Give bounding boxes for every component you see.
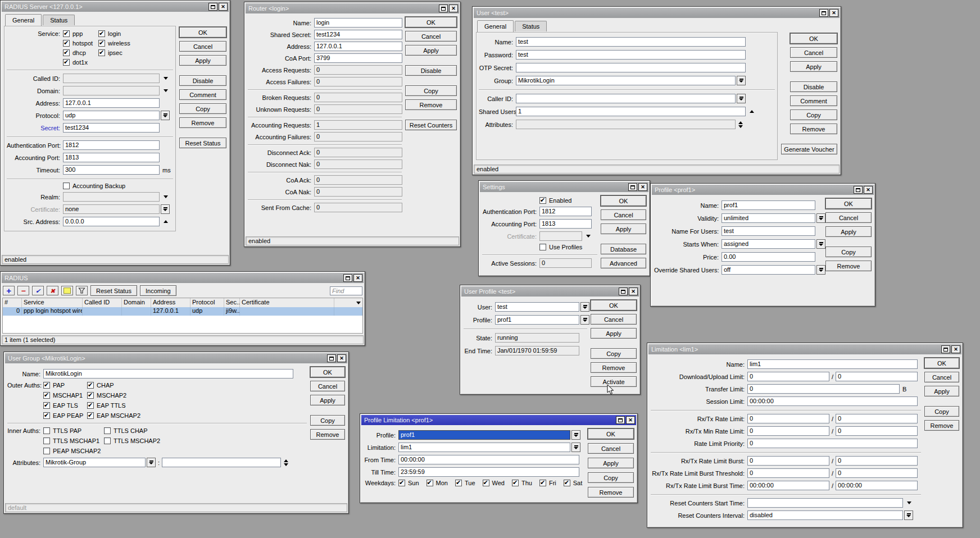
- maximize-button[interactable]: [819, 9, 828, 17]
- copy-button[interactable]: Copy: [924, 406, 959, 417]
- find-input[interactable]: Find: [330, 286, 362, 295]
- ok-button[interactable]: OK: [924, 358, 959, 368]
- override-shared-users-field[interactable]: off: [722, 265, 815, 275]
- copy-button[interactable]: Copy: [825, 247, 872, 257]
- column-protocol[interactable]: Protocol: [190, 298, 224, 307]
- remove-button[interactable]: Remove: [924, 420, 959, 431]
- title-bar[interactable]: User Group <MikrotikLogin>: [5, 353, 347, 363]
- title-bar[interactable]: User <test>: [474, 8, 840, 18]
- sun-checkbox[interactable]: [398, 480, 405, 486]
- peap-mschap2-checkbox[interactable]: [43, 448, 50, 454]
- name-field[interactable]: login: [314, 18, 402, 28]
- tx-rate-limit-burst-field[interactable]: 0: [836, 456, 918, 466]
- accounting-backup-checkbox[interactable]: [63, 183, 70, 189]
- thu-checkbox[interactable]: [512, 480, 519, 486]
- maximize-button[interactable]: [343, 274, 352, 282]
- validity-field[interactable]: unlimited: [722, 213, 815, 223]
- apply-button[interactable]: Apply: [825, 226, 872, 237]
- starts-when-field[interactable]: assigned: [722, 239, 815, 249]
- attribute-key-droplist-icon[interactable]: [147, 458, 156, 467]
- eap-tls-checkbox[interactable]: [43, 402, 50, 409]
- close-button[interactable]: [629, 288, 638, 295]
- eap-ttls-checkbox[interactable]: [87, 402, 94, 409]
- close-button[interactable]: [353, 274, 362, 282]
- comment-button[interactable]: Comment: [179, 89, 226, 100]
- session-limit-field[interactable]: 00:00:00: [747, 396, 918, 406]
- close-button[interactable]: [626, 416, 635, 424]
- called-id-dropdown-arrow-icon[interactable]: [164, 77, 168, 80]
- user-droplist-icon[interactable]: [580, 302, 589, 312]
- maximize-button[interactable]: [619, 288, 628, 295]
- caller-id-field[interactable]: [516, 94, 736, 103]
- rate-limit-priority-field[interactable]: 0: [747, 439, 918, 448]
- maximize-button[interactable]: [439, 4, 448, 12]
- profile-field[interactable]: prof1: [398, 430, 570, 440]
- ttls-mschap2-checkbox[interactable]: [104, 437, 111, 444]
- column-certificate[interactable]: Certificate: [240, 298, 334, 307]
- maximize-button[interactable]: [854, 186, 863, 194]
- title-bar[interactable]: RADIUS: [2, 273, 364, 283]
- copy-button[interactable]: Copy: [790, 110, 837, 120]
- reset-counters-start-time-field[interactable]: [747, 498, 903, 508]
- close-button[interactable]: [638, 183, 647, 191]
- close-button[interactable]: [864, 186, 873, 194]
- disable-button[interactable]: Disable: [405, 65, 457, 76]
- enable-button[interactable]: [32, 286, 44, 295]
- tx-min-rate-limit-field[interactable]: 0: [836, 426, 918, 436]
- rx-rate-limit-field[interactable]: 0: [747, 414, 829, 423]
- remove-button[interactable]: Remove: [179, 117, 226, 128]
- ok-button[interactable]: OK: [310, 367, 345, 377]
- ok-button[interactable]: OK: [591, 300, 637, 311]
- rx-rate-limit-burst-field[interactable]: 0: [747, 456, 829, 466]
- maximize-button[interactable]: [628, 183, 637, 191]
- login-checkbox[interactable]: [98, 30, 105, 37]
- shared-secret-field[interactable]: test1234: [314, 30, 402, 39]
- close-button[interactable]: [219, 3, 228, 11]
- title-bar[interactable]: Limitation <lim1>: [648, 344, 961, 354]
- otp-secret-field[interactable]: [516, 63, 746, 72]
- maximize-button[interactable]: [327, 354, 336, 362]
- ttls-pap-checkbox[interactable]: [43, 427, 50, 434]
- copy-button[interactable]: Copy: [591, 348, 637, 359]
- header-dropdown-arrow-icon[interactable]: [356, 302, 361, 304]
- ok-button[interactable]: OK: [790, 33, 837, 44]
- sat-checkbox[interactable]: [564, 480, 570, 486]
- column-domain[interactable]: Domain: [122, 298, 151, 307]
- ipsec-checkbox[interactable]: [98, 49, 105, 56]
- validity-droplist-icon[interactable]: [816, 213, 825, 223]
- cancel-button[interactable]: Cancel: [405, 31, 457, 42]
- ok-button[interactable]: OK: [601, 195, 646, 206]
- authentication-port-field[interactable]: 1812: [539, 207, 592, 216]
- certificate-droplist-icon[interactable]: [161, 204, 170, 214]
- mschap2-checkbox[interactable]: [87, 392, 94, 399]
- starts-when-droplist-icon[interactable]: [816, 239, 825, 249]
- cancel-button[interactable]: Cancel: [825, 212, 872, 223]
- protocol-field[interactable]: udp: [63, 111, 160, 120]
- limitation-field[interactable]: lim1: [398, 443, 570, 452]
- password-field[interactable]: test: [516, 50, 746, 60]
- src-address-up-arrow-icon[interactable]: [164, 220, 168, 223]
- from-time-field[interactable]: 00:00:00: [398, 455, 579, 464]
- apply-button[interactable]: Apply: [790, 61, 837, 72]
- maximize-button[interactable]: [941, 345, 950, 353]
- mon-checkbox[interactable]: [427, 480, 433, 486]
- name-field[interactable]: lim1: [747, 359, 918, 369]
- shared-users-field[interactable]: 1: [516, 107, 746, 116]
- cancel-button[interactable]: Cancel: [601, 209, 646, 220]
- copy-button[interactable]: Copy: [179, 103, 226, 114]
- comment-button[interactable]: Comment: [790, 95, 837, 106]
- realm-dropdown-arrow-icon[interactable]: [164, 195, 168, 198]
- src-address-field[interactable]: 0.0.0.0: [63, 217, 160, 226]
- copy-button[interactable]: Copy: [310, 415, 345, 426]
- eap-peap-checkbox[interactable]: [43, 412, 50, 419]
- filter-button[interactable]: [76, 286, 88, 295]
- reset-status-button[interactable]: Reset Status: [90, 285, 137, 296]
- cancel-button[interactable]: Cancel: [179, 41, 226, 52]
- chap-checkbox[interactable]: [87, 382, 94, 389]
- remove-button[interactable]: Remove: [825, 261, 872, 271]
- column-address[interactable]: Address: [151, 298, 190, 307]
- ttls-mschap1-checkbox[interactable]: [43, 437, 50, 444]
- cancel-button[interactable]: Cancel: [924, 372, 959, 382]
- limitation-droplist-icon[interactable]: [571, 443, 580, 452]
- domain-dropdown-arrow-icon[interactable]: [164, 89, 168, 92]
